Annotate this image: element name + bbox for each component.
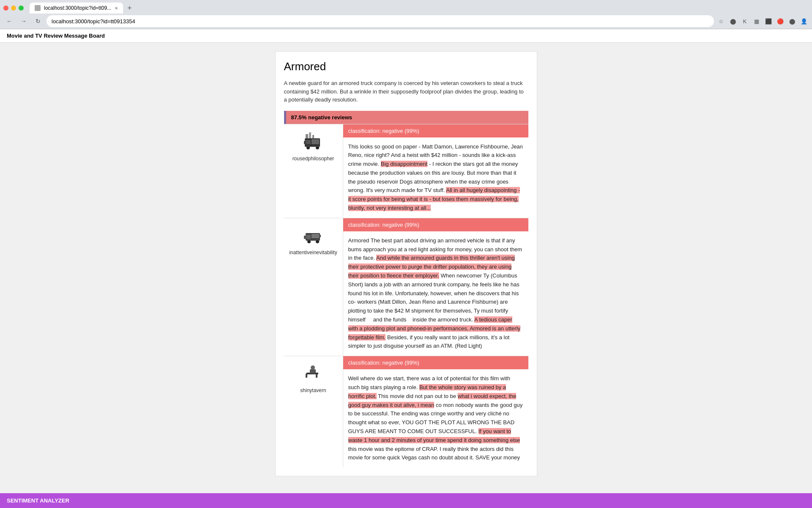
browser-chrome: localhost:3000/topic?id=tt09... ✕ + ← → … (0, 0, 812, 29)
extension-icon-1[interactable]: ⬤ (728, 16, 738, 26)
svg-rect-13 (304, 236, 306, 239)
window-controls[interactable] (3, 5, 24, 11)
avatar-1 (303, 131, 324, 152)
app-title: Movie and TV Review Message Board (7, 33, 105, 39)
extension-icon-5[interactable]: 🔴 (776, 16, 785, 26)
app-header: Movie and TV Review Message Board (0, 29, 812, 43)
extension-icon-4[interactable]: ⬛ (764, 16, 773, 26)
review-text-1: This looks so good on paper - Matt Damon… (343, 137, 528, 218)
rating-bar: 87.5% negative reviews (284, 111, 528, 124)
avatar-image-3 (303, 363, 323, 384)
avatar-2 (303, 225, 324, 246)
movie-description: A newbie guard for an armored truck comp… (284, 79, 528, 104)
back-button[interactable]: ← (3, 15, 15, 27)
svg-point-12 (316, 240, 319, 243)
svg-rect-19 (310, 369, 316, 373)
svg-rect-17 (306, 373, 307, 378)
svg-rect-5 (312, 139, 319, 144)
review-section-3: shinytavern classification: negative (99… (284, 356, 528, 467)
minimize-window-button[interactable] (11, 5, 16, 11)
avatar-image-1 (303, 132, 323, 152)
new-tab-button[interactable]: + (125, 4, 134, 13)
svg-point-20 (311, 365, 315, 370)
svg-rect-15 (319, 235, 321, 237)
extension-icon-3[interactable]: ▦ (752, 16, 761, 26)
profile-icon[interactable]: 👤 (799, 16, 809, 26)
review-section-2: inattentiveinevitability classification:… (284, 218, 528, 356)
rating-label: 87.5% negative reviews (291, 114, 353, 121)
review-section-1: rousedphilosopher classification: negati… (284, 124, 528, 218)
page-content: Armored A newbie guard for an armored tr… (0, 43, 812, 485)
review-highlight-1a: Big disappointment (381, 161, 428, 167)
tab-close-button[interactable]: ✕ (115, 6, 118, 11)
extension-icon-2[interactable]: K (740, 16, 749, 26)
reload-button[interactable]: ↻ (32, 15, 44, 27)
movie-title: Armored (284, 60, 528, 73)
extension-icon-6[interactable]: ⬤ (787, 16, 797, 26)
maximize-window-button[interactable] (19, 5, 24, 11)
classification-3: classification: negative (99%) (343, 356, 528, 369)
address-bar-row: ← → ↻ ☆ ⬤ K ▦ ⬛ 🔴 ⬤ 👤 (0, 14, 812, 29)
review-content-2: classification: negative (99%) Armored T… (343, 218, 528, 356)
address-input[interactable] (46, 15, 714, 27)
review-text-mid-2: When newcomer Ty (Columbus Short) lands … (348, 272, 519, 323)
close-window-button[interactable] (3, 5, 8, 11)
svg-point-3 (316, 146, 319, 149)
review-content-1: classification: negative (99%) This look… (343, 124, 528, 218)
tab-title: localhost:3000/topic?id=tt09... (44, 5, 111, 11)
avatar-3 (303, 363, 324, 384)
review-text-3: Well where do we start, there was a lot … (343, 369, 528, 467)
svg-rect-14 (312, 234, 319, 238)
movie-card: Armored A newbie guard for an armored tr… (275, 51, 537, 476)
review-text-after-3b: this movie was the epitome of CRAP. I re… (348, 446, 520, 461)
tab-bar: localhost:3000/topic?id=tt09... ✕ + (0, 0, 812, 14)
author-name-1: rousedphilosopher (293, 156, 334, 162)
author-name-3: shinytavern (300, 387, 326, 393)
review-text-2: Armored The best part about driving an a… (343, 231, 528, 356)
svg-rect-4 (304, 141, 306, 144)
svg-rect-18 (316, 373, 317, 378)
toolbar-icons: ☆ ⬤ K ▦ ⬛ 🔴 ⬤ 👤 (716, 16, 809, 26)
svg-rect-7 (309, 132, 311, 138)
bookmark-icon[interactable]: ☆ (716, 16, 726, 26)
classification-1: classification: negative (99%) (343, 124, 528, 137)
svg-rect-8 (312, 135, 314, 138)
review-author-3: shinytavern (284, 356, 343, 467)
classification-2: classification: negative (99%) (343, 218, 528, 231)
svg-point-2 (306, 146, 310, 149)
review-text-mid-3a: This movie did not pan out to be (377, 393, 458, 399)
avatar-image-2 (303, 225, 323, 246)
tab-favicon (35, 5, 41, 11)
author-name-2: inattentiveinevitability (289, 250, 337, 255)
forward-button[interactable]: → (18, 15, 30, 27)
review-content-3: classification: negative (99%) Well wher… (343, 356, 528, 467)
active-tab[interactable]: localhost:3000/topic?id=tt09... ✕ (30, 3, 123, 14)
review-author-1: rousedphilosopher (284, 124, 343, 218)
svg-rect-6 (306, 134, 308, 138)
svg-point-11 (307, 240, 311, 243)
review-author-2: inattentiveinevitability (284, 218, 343, 356)
